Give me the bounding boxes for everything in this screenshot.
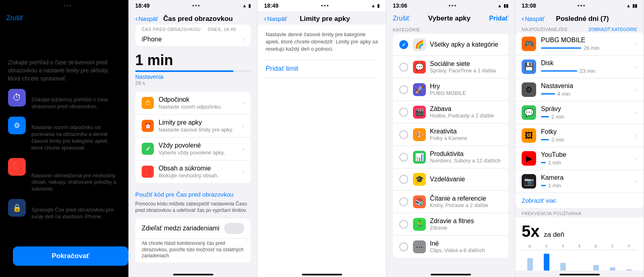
app-icon-2: ⚙ — [522, 82, 536, 97]
cat-item-0[interactable]: ✓🌈Všetky apky a kategórie — [393, 34, 508, 56]
cat-item-7[interactable]: 📚Čítanie a referencieKnihy, Počasie a 2 … — [393, 191, 508, 213]
screen1: 16:32 ▲ ▮ Zrušiť Čas pred obrazovkou Zís… — [0, 0, 129, 277]
categories-list: ✓🌈Všetky apky a kategórie💬Sociálne siete… — [393, 34, 508, 258]
cat-item-2[interactable]: 🚀HryPUBG MOBILE — [393, 78, 508, 101]
cancel-button[interactable]: Zrušiť — [0, 13, 128, 23]
cat-radio-2 — [399, 85, 408, 94]
freq-chart: pusšpzn — [522, 244, 637, 271]
cat-item-5[interactable]: 📊ProduktivitaNumbers, Súbory a 12 ďalšíc… — [393, 146, 508, 168]
use-code-desc: Pomocou kódu môžete zabezpečiť nastaveni… — [135, 199, 251, 217]
cat-radio-5 — [399, 153, 408, 162]
app-row-0[interactable]: 🎮PUBG MOBILE26 min› — [515, 33, 644, 55]
categories-label: KATEGÓRIE — [393, 24, 508, 34]
timer-progress-bar — [135, 70, 233, 72]
freq-big: 5x — [522, 222, 540, 240]
wifi-icon: ▲ — [114, 3, 118, 8]
cat-item-4[interactable]: 🎨KreativitaFotky a Kamera — [393, 123, 508, 146]
freq-bar-4 — [593, 265, 599, 271]
apps-list: 🎮PUBG MOBILE26 min›💾Disk23 min›⚙Nastaven… — [515, 33, 644, 208]
cat-icon-0: 🌈 — [413, 38, 426, 51]
spacer — [135, 87, 251, 92]
feature-item-0: ⏱ Týždenné hlásenia Získajte týždenný pr… — [8, 89, 120, 110]
list-item-odpocinok[interactable]: ⏱ Odpočinok Nastavte rozvrh odpočinku. › — [135, 92, 251, 115]
dot2 — [66, 5, 68, 6]
arrow-icon-3: › — [242, 146, 244, 152]
chevron-left-icon: ‹ — [135, 14, 138, 23]
continue-button[interactable]: Pokračovať — [13, 246, 128, 266]
home-indicator-5 — [559, 274, 600, 275]
status-icons-3: ▲ ▮ — [371, 3, 380, 8]
downtime-icon: ⚙ — [8, 117, 26, 134]
freq-bar-6 — [626, 269, 632, 271]
show-more-button[interactable]: Zobraziť viac — [515, 193, 644, 208]
center-dots-3 — [321, 5, 328, 6]
back-button-2[interactable]: ‹ Naspäť — [135, 14, 158, 23]
add-limit-button[interactable]: Pridať limit — [266, 60, 378, 78]
list-item-obsah[interactable]: 🚫 Obsah a súkromie Blokujte nevhodný obs… — [135, 160, 251, 183]
app-row-2[interactable]: ⚙Nastavenia4 min› — [515, 78, 644, 101]
use-code-button[interactable]: Použiť kód pre Čas pred obrazovkou — [135, 189, 251, 199]
feature-desc-0: Získajte týždenný prehľad o čase stráven… — [31, 96, 120, 110]
cat-item-9[interactable]: ⋯InéClips, Videá a 8 ďalších — [393, 236, 508, 258]
app-row-5[interactable]: ▶YouTube1 min› — [515, 147, 644, 170]
freq-bar-2 — [560, 263, 566, 271]
app-arrow-5: › — [635, 155, 637, 162]
freq-bar-1 — [544, 254, 549, 271]
add-button-4[interactable]: Pridať — [489, 15, 508, 22]
home-indicator-2 — [173, 274, 213, 275]
app-row-6[interactable]: 📷Kamera1 min› — [515, 170, 644, 193]
feature-title-3: Kód pre Čas pred obrazovkou — [31, 199, 120, 206]
cat-item-8[interactable]: 🏃Zdravie a fitnesZdravie — [393, 213, 508, 236]
center-dots-4 — [449, 5, 456, 6]
list-item-povolene[interactable]: ✓ Vždy povolené Vyberte vždy povolené ap… — [135, 137, 251, 160]
sub-app-time: 29 s — [135, 80, 251, 86]
status-bar-2: 18:49 ▲ ▮ — [129, 0, 257, 11]
app-icon-6: 📷 — [522, 174, 536, 189]
app-bar-5 — [541, 162, 546, 163]
status-icons-4: ▲ ▮▮ — [497, 3, 508, 8]
cat-icon-9: ⋯ — [413, 240, 426, 253]
app-row-3[interactable]: 💬Správy2 min› — [515, 101, 644, 124]
status-icons-5: ▲ ▮▮ — [626, 3, 637, 8]
cat-item-3[interactable]: 🎬ZábavaHudba, Podcasty a 2 ďalšie — [393, 101, 508, 123]
passcode-icon: 🔒 — [8, 199, 26, 217]
cat-icon-7: 📚 — [413, 195, 426, 208]
screen3: 18:49 ▲ ▮ ‹ Naspäť Limity pre apky Nasta… — [258, 0, 386, 277]
app-row-4[interactable]: 🖼Fotky2 min› — [515, 124, 644, 147]
status-bar-5: 13:08 ▲ ▮▮ — [515, 0, 644, 11]
nav-header-2: ‹ Naspäť Čas pred obrazovkou — [129, 11, 257, 25]
cat-item-1[interactable]: 💬Sociálne sieteSprávy, FaceTime a 1 ďalš… — [393, 56, 508, 78]
dot3 — [69, 5, 71, 6]
freq-bar-0 — [527, 258, 533, 271]
restrictions-icon: 🚫 — [8, 158, 26, 176]
divider2 — [266, 78, 378, 78]
app-arrow-6: › — [635, 178, 637, 185]
cancel-button-4[interactable]: Zrušiť — [393, 15, 410, 22]
najpouz-title: NAJPOUŽÍVANEJŠIE — [522, 27, 568, 32]
cat-radio-4 — [399, 130, 408, 139]
list-item-limity[interactable]: ⏰ Limity pre apky Nastavte časové limity… — [135, 115, 251, 137]
cat-radio-1 — [399, 63, 408, 72]
screen1-title: Čas pred obrazovkou — [8, 27, 120, 55]
screen4: 13:06 ▲ ▮▮ Zrušiť Vyberte apky Pridať KA… — [386, 0, 515, 277]
back-button-5[interactable]: ‹ Naspäť — [522, 14, 545, 23]
freq-unit: za deň — [544, 231, 564, 238]
app-bar-6 — [541, 185, 546, 186]
cat-icon-3: 🎬 — [413, 106, 426, 119]
center-dots-1 — [64, 5, 71, 6]
app-bar-4 — [541, 139, 549, 140]
app-row-1[interactable]: 💾Disk23 min› — [515, 55, 644, 78]
show-cat-button[interactable]: ZOBRAZIŤ KATEGÓRIE — [588, 27, 637, 32]
feature-title-2: Obmedzenia obsahu a súkromia — [31, 158, 120, 172]
battery-icon: ▮ — [120, 3, 122, 8]
cat-icon-1: 💬 — [413, 61, 426, 74]
cat-item-6[interactable]: 🎓Vzdelávanie — [393, 168, 508, 191]
share-toggle[interactable] — [224, 223, 244, 234]
timer-value: 1 min — [135, 52, 251, 69]
share-label: Zdieľať medzi zariadeniami — [142, 225, 224, 232]
back-button-3[interactable]: ‹ Naspäť — [264, 14, 287, 23]
status-icons-2: ▲ ▮ — [242, 3, 251, 8]
iphone-row[interactable]: iPhone › — [142, 33, 244, 45]
wifi-icon-4: ▲ — [497, 3, 502, 8]
cat-icon-6: 🎓 — [413, 173, 426, 186]
